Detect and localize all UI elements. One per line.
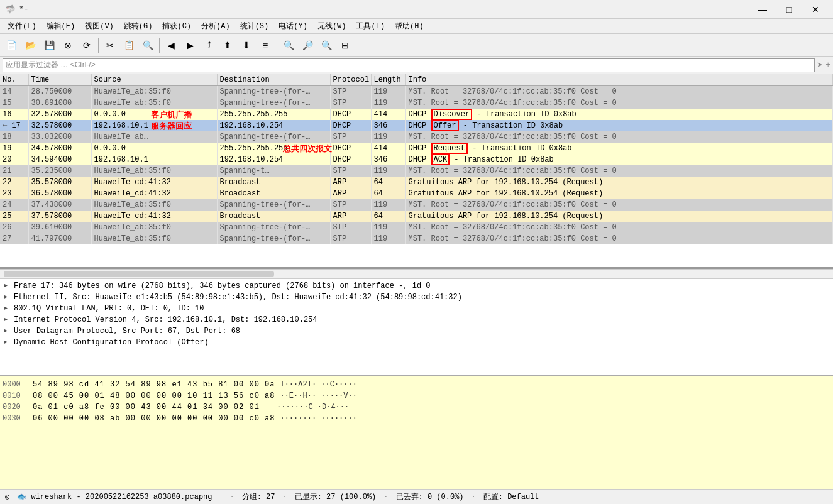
table-row[interactable]: 1428.750000HuaweiTe_ab:35:f0Spanning-tre… (0, 86, 833, 97)
cell-proto: ARP (330, 188, 371, 199)
toolbar-copy[interactable]: 📋 (120, 36, 138, 54)
detail-dhcp[interactable]: ▶ Dynamic Host Configuration Protocol (O… (3, 337, 830, 348)
menu-analyze[interactable]: 分析(A) (196, 19, 235, 33)
menu-capture[interactable]: 捕获(C) (157, 19, 196, 33)
hex-row-1: 0010 08 00 45 00 01 48 00 00 00 00 10 11… (3, 390, 830, 402)
menu-tools[interactable]: 工具(T) (351, 19, 390, 33)
table-row[interactable]: 2437.438000HuaweiTe_ab:35:f0Spanning-tre… (0, 199, 833, 211)
detail-ethernet[interactable]: ▶ Ethernet II, Src: HuaweiTe_e1:43:b5 (5… (3, 292, 830, 303)
table-row[interactable]: 2639.610000HuaweiTe_ab:35:f0Spanning-tre… (0, 222, 833, 233)
ethernet-expand-icon[interactable]: ▶ (4, 292, 11, 303)
table-row[interactable]: 2034.594000192.168.10.1192.168.10.254DHC… (0, 154, 833, 165)
toolbar-cut[interactable]: ✂ (101, 36, 119, 54)
cell-src: HuaweiTe_ab:35:f0 (91, 199, 217, 211)
ip-expand-icon[interactable]: ▶ (4, 314, 11, 326)
menu-view[interactable]: 视图(V) (80, 19, 119, 33)
table-row[interactable]: 2235.578000HuaweiTe_cd:41:32BroadcastARP… (0, 177, 833, 188)
table-row[interactable]: 1934.5780000.0.0.0255.255.255.255DHCP414… (0, 143, 833, 154)
filter-right-arrow[interactable]: ➤ (817, 59, 824, 72)
detail-ip[interactable]: ▶ Internet Protocol Version 4, Src: 192.… (3, 314, 830, 326)
cell-no: 24 (0, 199, 28, 211)
col-header-info: Info (405, 74, 833, 86)
cell-proto: DHCP (330, 120, 371, 131)
menu-phone[interactable]: 电话(Y) (273, 19, 312, 33)
filter-input[interactable] (3, 58, 815, 72)
menu-wireless[interactable]: 无线(W) (312, 19, 351, 33)
toolbar-save[interactable]: 💾 (40, 36, 58, 54)
cell-len: 119 (371, 86, 405, 97)
status-icon: ◎ (5, 492, 9, 501)
status-bar: ◎ 🐟 wireshark_-_20200522162253_a03880.pc… (0, 489, 833, 504)
toolbar-jump[interactable]: ⤴ (200, 36, 218, 54)
toolbar-forward[interactable]: ▶ (181, 36, 199, 54)
toolbar-find[interactable]: 🔍 (139, 36, 157, 54)
menu-go[interactable]: 跳转(G) (119, 19, 158, 33)
cell-time: 30.891000 (28, 97, 91, 109)
toolbar-zoom-out-list[interactable]: 🔎 (299, 36, 316, 54)
udp-expand-icon[interactable]: ▶ (4, 326, 11, 337)
table-row[interactable]: 1833.032000HuaweiTe_ab…Spanning-tree-(fo… (0, 131, 833, 143)
cell-src: 192.168.10.1 (91, 120, 217, 131)
cell-len: 64 (371, 211, 405, 222)
minimize-button[interactable]: — (750, 0, 775, 19)
menu-stats[interactable]: 统计(S) (235, 19, 274, 33)
table-row[interactable]: 1530.891000HuaweiTe_ab:35:f0Spanning-tre… (0, 97, 833, 109)
toolbar-zoom-in-list[interactable]: 🔍 (280, 36, 297, 54)
menu-file[interactable]: 文件(F) (3, 19, 41, 33)
cell-dst: Spanning-tree-(for-… (217, 233, 330, 244)
window-controls[interactable]: — □ ✕ (750, 0, 828, 19)
table-row[interactable]: 1632.5780000.0.0.0255.255.255.255DHCP414… (0, 109, 833, 120)
dhcp-expand-icon[interactable]: ▶ (4, 337, 11, 348)
toolbar-reload[interactable]: ⟳ (78, 36, 96, 54)
cell-info: Gratuitous ARP for 192.168.10.254 (Reque… (405, 188, 833, 199)
hex-ascii-2: ·······C ·D·4··· (277, 402, 349, 413)
cell-src: HuaweiTe_ab:35:f0 (91, 86, 217, 97)
toolbar-zoom-reset[interactable]: 🔍 (317, 36, 335, 54)
cell-time: 34.594000 (28, 154, 91, 165)
toolbar-list[interactable]: ≡ (257, 36, 274, 54)
toolbar-columns[interactable]: ⊟ (336, 36, 354, 54)
cell-info: MST. Root = 32768/0/4c:1f:cc:ab:35:f0 Co… (405, 199, 833, 211)
cell-dst: Spanning-tree-(for-… (217, 86, 330, 97)
cell-info: MST. Root = 32768/0/4c:1f:cc:ab:35:f0 Co… (405, 165, 833, 177)
cell-info: DHCP Request - Transaction ID 0x8ab (405, 143, 833, 154)
detail-frame-text: Frame 17: 346 bytes on wire (2768 bits),… (14, 280, 431, 292)
table-row[interactable]: ← 1732.578000192.168.10.1192.168.10.254D… (0, 120, 833, 131)
filter-plus[interactable]: + (825, 60, 830, 70)
table-row[interactable]: 2336.578000HuaweiTe_cd:41:32BroadcastARP… (0, 188, 833, 199)
toolbar-back[interactable]: ◀ (162, 36, 180, 54)
hex-row-0: 0000 54 89 98 cd 41 32 54 89 98 e1 43 b5… (3, 379, 830, 390)
menu-edit[interactable]: 编辑(E) (41, 19, 80, 33)
col-header-no: No. (0, 74, 28, 86)
toolbar-up[interactable]: ⬆ (219, 36, 236, 54)
hscroll-bar[interactable] (0, 269, 833, 279)
detail-vlan-text: 802.1Q Virtual LAN, PRI: 0, DEI: 0, ID: … (14, 303, 204, 314)
close-button[interactable]: ✕ (803, 0, 828, 19)
detail-ethernet-text: Ethernet II, Src: HuaweiTe_e1:43:b5 (54:… (14, 292, 462, 303)
hex-ascii-3: ········ ········ (280, 413, 356, 424)
cell-dst: 192.168.10.254 (217, 154, 330, 165)
cell-time: 37.438000 (28, 199, 91, 211)
maximize-button[interactable]: □ (776, 0, 802, 19)
table-row[interactable]: 2135.235000HuaweiTe_ab:35:f0Spanning-t…S… (0, 165, 833, 177)
table-row[interactable]: 2741.797000HuaweiTe_ab:35:f0Spanning-tre… (0, 233, 833, 244)
cell-info: Gratuitous ARP for 192.168.10.254 (Reque… (405, 211, 833, 222)
detail-frame[interactable]: ▶ Frame 17: 346 bytes on wire (2768 bits… (3, 280, 830, 292)
hex-row-2: 0020 0a 01 c0 a8 fe 00 00 43 00 44 01 34… (3, 402, 830, 413)
cell-dst: 192.168.10.254 (217, 120, 330, 131)
toolbar-new[interactable]: 📄 (3, 36, 20, 54)
toolbar-close[interactable]: ⊗ (59, 36, 77, 54)
cell-no: 20 (0, 154, 28, 165)
detail-udp[interactable]: ▶ User Datagram Protocol, Src Port: 67, … (3, 326, 830, 337)
hscroll-thumb[interactable] (4, 271, 274, 277)
menu-help[interactable]: 帮助(H) (390, 19, 429, 33)
cell-len: 346 (371, 154, 405, 165)
toolbar-open[interactable]: 📂 (21, 36, 39, 54)
toolbar-down[interactable]: ⬇ (238, 36, 255, 54)
vlan-expand-icon[interactable]: ▶ (4, 303, 11, 314)
frame-expand-icon[interactable]: ▶ (4, 280, 11, 292)
cell-src: 0.0.0.0 (91, 143, 217, 154)
table-row[interactable]: 2537.578000HuaweiTe_cd:41:32BroadcastARP… (0, 211, 833, 222)
detail-vlan[interactable]: ▶ 802.1Q Virtual LAN, PRI: 0, DEI: 0, ID… (3, 303, 830, 314)
cell-src: 0.0.0.0 (91, 109, 217, 120)
